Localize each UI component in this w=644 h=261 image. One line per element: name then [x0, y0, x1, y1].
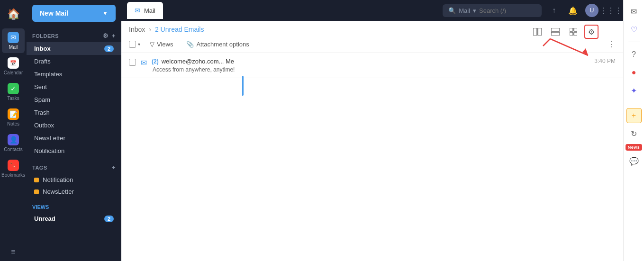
rp-plus-icon[interactable]: +	[626, 108, 642, 123]
bookmarks-icon: 🔖	[8, 160, 19, 171]
tag-newsletter[interactable]: NewsLetter	[27, 186, 121, 198]
views-button[interactable]: ▽ Views	[146, 39, 177, 50]
rp-help-icon[interactable]: ?	[626, 47, 642, 62]
folder-templates[interactable]: Templates	[27, 68, 121, 81]
rp-news-badge[interactable]: News	[626, 144, 643, 151]
folder-drafts[interactable]: Drafts	[27, 55, 121, 68]
mail-icon: ✉	[8, 32, 19, 43]
breadcrumb-separator: ›	[149, 26, 151, 33]
email-header: (2) welcome@zoho.com... Me	[152, 58, 590, 65]
email-checkbox[interactable]	[129, 59, 136, 66]
folder-newsletter-label: NewsLetter	[34, 135, 65, 142]
grid-view-icon[interactable]	[566, 25, 581, 39]
topbar-actions: 🔍 Mail ▾ ↑ 🔔 U ⋮⋮⋮	[443, 4, 617, 17]
new-mail-button[interactable]: New Mail ▼	[32, 5, 116, 22]
content-toolbar-right: ⚙	[530, 25, 599, 39]
sidebar-item-bookmarks[interactable]: 🔖 Bookmarks	[2, 156, 25, 181]
tag-newsletter-dot	[34, 189, 39, 194]
attachment-options-button[interactable]: 📎 Attachment options	[182, 39, 253, 50]
search-dropdown-icon[interactable]: ▾	[473, 7, 476, 14]
rp-refresh-icon[interactable]: ↻	[626, 126, 642, 141]
split-view-icon[interactable]	[548, 25, 562, 39]
new-mail-label: New Mail	[40, 9, 68, 17]
upload-icon[interactable]: ↑	[547, 4, 561, 17]
rp-divider-1	[628, 42, 640, 42]
views-section: VIEWS Unread 2	[27, 201, 121, 225]
filter-icon: ▽	[150, 41, 154, 48]
folders-add-icon[interactable]: +	[112, 32, 116, 39]
user-avatar[interactable]: U	[585, 4, 599, 17]
attachment-options-label: Attachment options	[196, 41, 249, 48]
folder-newsletter[interactable]: NewsLetter	[27, 132, 121, 144]
folder-spam-label: Spam	[34, 96, 50, 103]
rp-chat-icon[interactable]: 💬	[626, 153, 642, 169]
nav-collapse-button[interactable]: ≡	[11, 248, 15, 261]
folder-trash-label: Trash	[34, 109, 50, 116]
folder-outbox[interactable]: Outbox	[27, 119, 121, 132]
rp-activity-icon[interactable]: ●	[626, 65, 642, 80]
settings-icon[interactable]: ⚙	[584, 25, 599, 39]
email-checkbox-container	[129, 58, 136, 66]
tasks-icon: ✓	[8, 83, 19, 94]
nav-label-calendar: Calendar	[4, 70, 23, 75]
notes-icon: 📝	[8, 108, 19, 120]
sidebar-item-tasks[interactable]: ✓ Tasks	[2, 80, 25, 104]
rp-divider-2	[628, 103, 640, 103]
tags-label: TAGS	[32, 165, 47, 171]
view-unread-badge: 2	[104, 216, 114, 222]
tags-add-icon[interactable]: +	[112, 164, 116, 171]
folders-actions: ⚙ +	[103, 32, 116, 39]
bell-icon[interactable]: 🔔	[566, 4, 580, 17]
contacts-icon: 👤	[8, 134, 19, 145]
nav-label-bookmarks: Bookmarks	[1, 172, 25, 178]
email-count: (2)	[152, 58, 159, 65]
nav-label-mail: Mail	[9, 45, 18, 50]
views-label: VIEWS	[27, 201, 121, 213]
sidebar-item-calendar[interactable]: 📅 Calendar	[2, 54, 25, 79]
nav-label-contacts: Contacts	[4, 147, 22, 152]
tag-notification[interactable]: Notification	[27, 174, 121, 186]
views-label: Views	[157, 41, 173, 48]
attachment-icon: 📎	[186, 41, 194, 48]
select-all-checkbox[interactable]	[129, 41, 136, 48]
email-selected-indicator	[242, 76, 244, 96]
search-container[interactable]: 🔍 Mail ▾	[443, 4, 542, 17]
reading-pane-icon[interactable]	[530, 25, 544, 39]
folder-trash[interactable]: Trash	[27, 106, 121, 119]
folder-templates-label: Templates	[34, 71, 62, 78]
breadcrumb-inbox: Inbox	[129, 26, 145, 33]
folders-label: FOLDERS	[32, 33, 59, 39]
nav-label-tasks: Tasks	[7, 96, 19, 101]
folder-inbox[interactable]: Inbox 2	[27, 42, 121, 55]
new-mail-dropdown-arrow[interactable]: ▼	[102, 10, 108, 17]
view-unread[interactable]: Unread 2	[27, 213, 121, 225]
nav-rail: 🏠 ✉ Mail 📅 Calendar ✓ Tasks 📝 Notes 👤 Co…	[0, 0, 27, 261]
email-content: (2) welcome@zoho.com... Me Access from a…	[152, 58, 590, 73]
folder-notification[interactable]: Notification	[27, 144, 121, 157]
folder-drafts-label: Drafts	[34, 58, 51, 65]
rp-heart-icon[interactable]: ♡	[626, 22, 642, 37]
email-list: ✉ (2) welcome@zoho.com... Me Access from…	[121, 53, 623, 261]
more-options-icon[interactable]: ⋮	[608, 40, 616, 49]
sidebar-item-notes[interactable]: 📝 Notes	[2, 105, 25, 130]
sidebar-item-mail[interactable]: ✉ Mail	[2, 28, 25, 53]
select-dropdown-arrow[interactable]: ▾	[138, 42, 140, 47]
rp-mail-icon[interactable]: ✉	[626, 4, 642, 19]
rp-ai-icon[interactable]: ✦	[626, 83, 642, 98]
sidebar: New Mail ▼ FOLDERS ⚙ + Inbox 2 Drafts Te…	[27, 0, 121, 261]
email-row[interactable]: ✉ (2) welcome@zoho.com... Me Access from…	[121, 53, 623, 78]
apps-grid-icon[interactable]: ⋮⋮⋮	[604, 4, 617, 17]
folder-sent[interactable]: Sent	[27, 81, 121, 93]
svg-rect-0	[533, 28, 537, 36]
nav-label-notes: Notes	[7, 121, 19, 126]
search-input[interactable]	[479, 7, 536, 14]
folder-spam[interactable]: Spam	[27, 93, 121, 106]
sidebar-item-contacts[interactable]: 👤 Contacts	[2, 131, 25, 155]
svg-rect-3	[551, 32, 560, 36]
svg-rect-7	[574, 32, 577, 36]
mail-tab[interactable]: ✉ Mail	[127, 2, 163, 19]
folders-settings-icon[interactable]: ⚙	[103, 32, 109, 39]
email-sender: welcome@zoho.com... Me	[162, 58, 234, 65]
calendar-icon: 📅	[8, 57, 19, 69]
tab-mail-icon: ✉	[135, 7, 140, 14]
